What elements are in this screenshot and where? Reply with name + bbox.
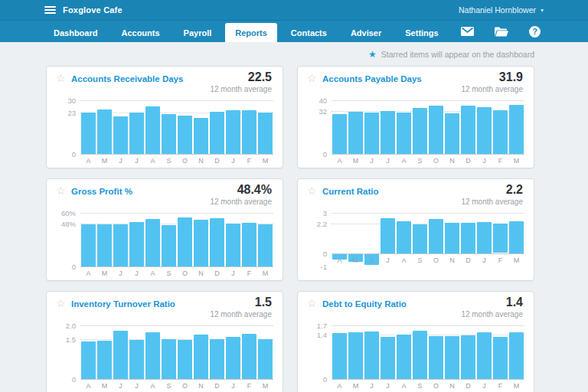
x-axis-label: D <box>209 270 225 277</box>
x-axis-label: J <box>364 382 380 390</box>
y-axis-label: 0 <box>57 375 76 384</box>
star-outline-icon[interactable]: ☆ <box>307 73 317 83</box>
bar <box>210 339 224 379</box>
star-outline-icon[interactable]: ☆ <box>56 185 66 196</box>
x-axis-label: J <box>476 256 492 264</box>
x-axis-line <box>80 379 273 380</box>
bar <box>477 222 492 253</box>
bar <box>194 220 208 266</box>
x-axis-label: M <box>257 157 273 165</box>
x-axis-label: S <box>412 157 428 165</box>
panel-value-block: 22.512 month average <box>210 70 272 93</box>
bar <box>113 331 128 379</box>
y-axis-label: 0 <box>309 150 327 158</box>
y-axis-label: 23 <box>57 109 76 117</box>
metric-panel: ☆Accounts Receivable Days22.512 month av… <box>46 66 283 168</box>
bar <box>477 107 492 154</box>
bar <box>145 332 160 379</box>
panel-title[interactable]: Inventory Turnover Ratio <box>71 299 175 309</box>
metric-panel: ☆Accounts Payable Days31.912 month avera… <box>297 66 534 168</box>
tab-reports[interactable]: Reports <box>225 23 277 42</box>
x-axis-label: M <box>257 270 273 277</box>
x-axis-line <box>332 379 524 380</box>
folder-icon[interactable] <box>495 27 508 37</box>
x-axis-label: M <box>348 256 364 264</box>
tab-contacts[interactable]: Contacts <box>281 23 337 42</box>
panel-value-block: 1.512 month average <box>210 296 272 318</box>
bar <box>178 217 192 266</box>
x-axis-label: A <box>332 382 348 390</box>
panel-subtitle: 12 month average <box>461 198 523 206</box>
x-axis-label: M <box>348 157 364 165</box>
nav-bar: DashboardAccountsPayrollReportsContactsA… <box>0 21 588 42</box>
x-axis-label: O <box>177 382 193 390</box>
panel-title[interactable]: Accounts Receivable Days <box>71 74 183 83</box>
company-name[interactable]: Foxglove Cafe <box>63 5 122 15</box>
bar <box>145 219 160 266</box>
bar <box>81 341 96 379</box>
bar-chart: 2.01.50AMJJASONDJFM <box>57 325 273 392</box>
chart-plot-area: AMJJASONDJFM <box>80 213 273 280</box>
x-axis-label: O <box>177 270 193 277</box>
panel-title[interactable]: Gross Profit % <box>71 187 132 196</box>
tab-adviser[interactable]: Adviser <box>341 23 391 42</box>
mail-icon[interactable] <box>461 27 474 36</box>
x-axis-label: D <box>460 256 476 264</box>
panel-value: 1.5 <box>210 296 272 309</box>
star-outline-icon[interactable]: ☆ <box>307 298 317 309</box>
bar <box>445 113 459 154</box>
x-axis-label: A <box>145 157 161 165</box>
user-menu[interactable]: Nathaniel Hornblower ▾ <box>459 5 544 15</box>
x-axis-label: M <box>257 382 273 390</box>
bar <box>332 333 347 379</box>
panel-title[interactable]: Debt to Equity Ratio <box>322 299 407 309</box>
tab-payroll[interactable]: Payroll <box>174 23 222 42</box>
x-axis-label: A <box>396 256 412 264</box>
help-icon[interactable]: ? <box>529 26 541 38</box>
panel-subtitle: 12 month average <box>210 310 272 318</box>
bar <box>162 339 176 380</box>
panel-title[interactable]: Current Ratio <box>322 187 378 196</box>
bar <box>226 110 240 154</box>
bar <box>429 106 443 154</box>
x-axis-label: J <box>364 256 380 264</box>
x-axis-label: A <box>145 382 161 390</box>
tab-dashboard[interactable]: Dashboard <box>44 23 107 42</box>
x-axis-label: M <box>96 157 113 165</box>
hamburger-menu-icon[interactable] <box>44 6 56 14</box>
bar <box>493 224 508 253</box>
metric-panel: ☆Current Ratio2.212 month average32.20-1… <box>297 178 534 281</box>
panel-value: 31.9 <box>461 70 523 84</box>
bar <box>178 116 192 154</box>
bar <box>226 337 240 379</box>
x-axis-label: A <box>396 382 412 390</box>
panel-subtitle: 12 month average <box>210 85 272 93</box>
star-icon: ★ <box>368 50 377 59</box>
bar <box>461 335 475 379</box>
star-outline-icon[interactable]: ☆ <box>56 298 66 309</box>
x-axis-label: N <box>193 270 209 277</box>
metric-panel: ☆Debt to Equity Ratio1.412 month average… <box>297 291 534 392</box>
x-axis-label: D <box>460 157 476 165</box>
x-axis-label: S <box>161 382 177 390</box>
tab-accounts[interactable]: Accounts <box>111 23 169 42</box>
bar <box>493 337 508 379</box>
bar-chart: 40320AMJJASONDJFM <box>309 100 524 168</box>
metric-panel: ☆Inventory Turnover Ratio1.512 month ave… <box>46 291 283 392</box>
x-axis-label: A <box>332 256 348 264</box>
x-axis-label: F <box>492 256 508 264</box>
x-axis-label: J <box>380 256 396 264</box>
bar <box>162 225 176 266</box>
x-axis-label: J <box>476 382 492 390</box>
star-outline-icon[interactable]: ☆ <box>307 185 317 196</box>
y-axis-label: 1.4 <box>309 331 327 339</box>
gridline <box>332 213 524 214</box>
x-axis-label: O <box>428 382 444 390</box>
x-axis-label: F <box>492 382 508 390</box>
panel-subtitle: 12 month average <box>210 198 272 206</box>
x-axis-label: J <box>129 382 145 390</box>
bar <box>97 224 112 266</box>
star-outline-icon[interactable]: ☆ <box>56 73 66 83</box>
tab-settings[interactable]: Settings <box>395 23 448 42</box>
panel-title[interactable]: Accounts Payable Days <box>322 74 422 83</box>
